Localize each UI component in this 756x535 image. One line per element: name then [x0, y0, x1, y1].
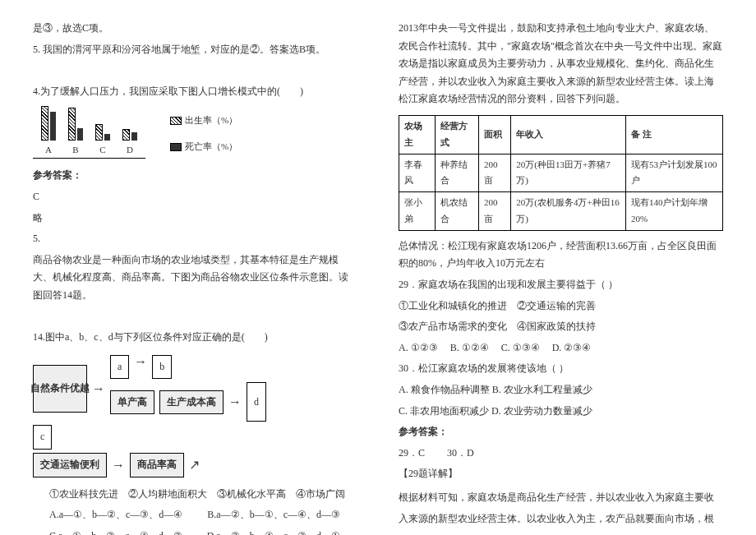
answer-omit: 略 [33, 210, 357, 228]
bar-label-d: D [127, 142, 133, 159]
arrow-icon: → [92, 382, 105, 395]
box-b: b [152, 355, 172, 380]
cell: 200亩 [478, 154, 510, 192]
q29-opt-d: D. ②③④ [552, 342, 592, 353]
q29-opt-c: C. ①③④ [501, 342, 540, 353]
th-area: 面积 [478, 115, 510, 154]
q30-options-1: A. 粮食作物品种调整 B. 农业水利工程量减少 [399, 381, 723, 399]
th-note: 备 注 [625, 115, 722, 154]
box-d: d [247, 382, 266, 422]
q29-options: A. ①②③ B. ①②④ C. ①③④ D. ②③④ [399, 339, 723, 357]
intro-text-2: 5. 我国的渭河平原和汾河谷地属于地堑，对应的是②。答案选B项。 [33, 41, 357, 59]
ans-29: 29．C [399, 447, 425, 459]
bar-label-b: B [72, 142, 78, 159]
th-owner: 农场主 [399, 115, 436, 154]
ans-30: 30．D [447, 447, 474, 459]
farm-table: 农场主 经营方式 面积 年收入 备 注 李春风 种养结合 200亩 20万(种田… [399, 115, 723, 231]
question-29: 29．家庭农场在我国的出现和发展主要得益于（ ） [399, 276, 723, 294]
bar-label-c: C [99, 142, 105, 159]
q30-opt-d: D. 农业劳动力数量减少 [491, 405, 592, 417]
box-c: c [33, 425, 52, 450]
box-yield: 单产高 [110, 390, 154, 415]
cell: 种养结合 [435, 154, 478, 192]
q29-opt-b: B. ①②④ [450, 342, 489, 353]
legend-death-label: 死亡率（%） [185, 139, 237, 155]
q14-opt-b: B.a—②、b—①、c—④、d—③ [207, 506, 340, 524]
q29-line2: ③农产品市场需求的变化 ④国家政策的扶持 [399, 318, 723, 336]
right-intro: 2013年中央一号文件提出，鼓励和支持承包土地向专业大户、家庭农场、农民合作社流… [399, 20, 723, 108]
cell: 20万(农机服务4万+种田16万) [511, 192, 626, 231]
arrow-icon: → [112, 459, 125, 472]
q29-opt-a: A. ①②③ [399, 342, 438, 353]
answer-4: C [33, 188, 357, 206]
q14-options-line: ①农业科技先进 ②人均耕地面积大 ③机械化水平高 ④市场广阔 [49, 486, 357, 504]
box-transport: 交通运输便利 [33, 453, 107, 477]
box-cost: 生产成本高 [159, 390, 224, 415]
table-row: 张小弟 机农结合 200亩 20万(农机服务4万+种田16万) 现有140户计划… [399, 192, 723, 231]
th-mode: 经营方式 [435, 115, 478, 154]
box-commodity: 商品率高 [130, 453, 184, 477]
th-income: 年收入 [511, 115, 626, 154]
arrow-icon: ↗ [189, 459, 200, 472]
question-30: 30．松江家庭农场的发展将使该地（ ） [399, 360, 723, 378]
arrow-icon: → [134, 355, 147, 380]
cell: 现有140户计划年增20% [625, 192, 722, 231]
legend-birth-label: 出生率（%） [185, 113, 237, 129]
birth-rate-swatch [170, 117, 182, 125]
box-a: a [110, 355, 129, 380]
question-4: 4.为了缓解人口压力，我国应采取下图人口增长模式中的( ) [33, 83, 357, 101]
q14-opt-a: A.a—①、b—②、c—③、d—④ [49, 506, 182, 524]
chart-legend: 出生率（%） 死亡率（%） [170, 113, 237, 155]
q30-options-2: C. 非农用地面积减少 D. 农业劳动力数量减少 [399, 403, 723, 421]
answer-label-1: 参考答案： [33, 167, 357, 185]
cell: 张小弟 [399, 192, 436, 231]
q30-opt-a: A. 粮食作物品种调整 [399, 384, 490, 395]
question-14: 14.图中a、b、c、d与下列区位条件对应正确的是( ) [33, 329, 357, 347]
cell: 现有53户计划发展100户 [625, 154, 722, 192]
arrow-icon: → [228, 395, 242, 408]
intro-text-1: 是③，故选C项。 [33, 20, 357, 38]
question-5-text: 商品谷物农业是一种面向市场的农业地域类型，其基本特征是生产规模大、机械化程度高、… [33, 251, 357, 305]
answer-label-3: 参考答案： [399, 423, 723, 441]
cell: 机农结合 [435, 192, 478, 231]
box-natural: 自然条件优越 [33, 365, 87, 413]
table-row: 李春风 种养结合 200亩 20万(种田13田万+养猪7万) 现有53户计划发展… [399, 154, 723, 192]
table-header-row: 农场主 经营方式 面积 年收入 备 注 [399, 115, 723, 154]
exp29-text: 根据材料可知，家庭农场是商品化生产经营，并以农业收入为家庭主要收入来源的新型农业… [399, 487, 723, 535]
bar-label-a: A [45, 142, 52, 159]
cell: 200亩 [478, 192, 510, 231]
exp29-header: 【29题详解】 [399, 465, 723, 483]
q30-opt-c: C. 非农用地面积减少 [399, 405, 489, 417]
cell: 李春风 [399, 154, 436, 192]
answers-29-30: 29．C 30．D [399, 445, 723, 463]
cell: 20万(种田13田万+养猪7万) [511, 154, 626, 192]
q14-opt-d: D.a—②、b—④、c—③、d—① [207, 528, 340, 535]
bar-chart: A B C D 出生率（%） 死亡率（%） [33, 108, 357, 159]
q30-opt-b: B. 农业水利工程量减少 [492, 384, 592, 395]
q14-opt-c: C.a—①、b—③、c—④、d—② [49, 528, 182, 535]
question-5-num: 5. [33, 230, 357, 248]
flow-diagram: 自然条件优越 → a → b 单产高 生产成本高 → d c 交通运输便利 [33, 355, 279, 477]
death-rate-swatch [170, 143, 182, 151]
q29-line1: ①工业化和城镇化的推进 ②交通运输的完善 [399, 297, 723, 316]
table-summary: 总体情况：松江现有家庭农场1206户，经营面积13.66万亩，占全区良田面积的8… [399, 238, 723, 273]
